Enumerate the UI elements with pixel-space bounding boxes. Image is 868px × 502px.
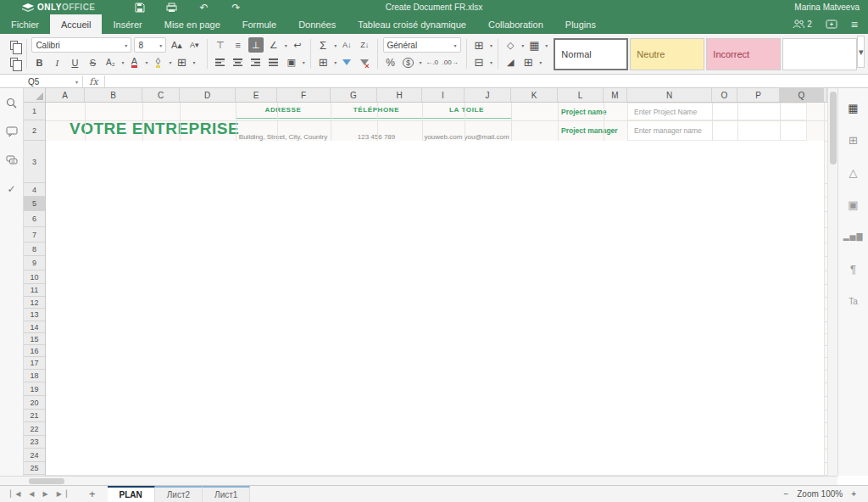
add-sheet-icon[interactable]: + — [77, 486, 108, 502]
align-bottom-icon[interactable] — [248, 37, 264, 53]
cell-settings-icon[interactable]: ▦ — [846, 100, 861, 115]
currency-style-icon[interactable] — [401, 55, 416, 70]
row-header-6[interactable]: 6 — [24, 211, 45, 227]
column-header-I[interactable]: I — [422, 88, 465, 102]
fill-color-icon[interactable] — [150, 55, 165, 70]
increase-font-icon[interactable] — [169, 37, 184, 53]
copy-style-icon[interactable] — [503, 55, 518, 70]
menu-tab-8[interactable]: Plugins — [554, 14, 607, 34]
font-size-select[interactable]: 8▾ — [134, 37, 166, 53]
align-center-icon[interactable] — [231, 55, 246, 70]
menu-tab-0[interactable]: Fichier — [0, 14, 50, 34]
borders-icon[interactable] — [174, 55, 189, 70]
insert-cells-icon[interactable] — [471, 37, 487, 53]
format-as-table-icon[interactable] — [520, 55, 536, 70]
column-header-H[interactable]: H — [377, 88, 422, 102]
row-header-10[interactable]: 10 — [24, 271, 45, 284]
font-color-icon[interactable] — [126, 55, 142, 70]
column-header-A[interactable]: A — [46, 88, 85, 102]
bold-icon[interactable] — [31, 55, 47, 70]
menu-tab-3[interactable]: Mise en page — [153, 14, 231, 34]
table-settings-icon[interactable]: ⊞ — [846, 132, 861, 148]
autosum-icon[interactable] — [315, 37, 331, 53]
row-header-5[interactable]: 5 — [24, 197, 45, 211]
number-format-select[interactable]: Général▾ — [383, 37, 461, 53]
copy-button[interactable] — [6, 37, 21, 53]
menu-tab-7[interactable]: Collaboration — [477, 14, 554, 34]
sort-descending-icon[interactable] — [357, 37, 372, 53]
row-header-19[interactable]: 19 — [24, 382, 45, 396]
row-header-13[interactable]: 13 — [24, 309, 45, 321]
row-header-11[interactable]: 11 — [24, 284, 45, 297]
menu-tab-2[interactable]: Insérer — [102, 14, 153, 34]
wrap-text-icon[interactable] — [290, 37, 305, 53]
conditional-format-icon[interactable] — [526, 37, 542, 53]
cell-name-box[interactable]: Q5▾ — [24, 75, 83, 87]
sheet-canvas[interactable]: VOTRE ENTREPRISE ADRESSEBuilding, Street… — [46, 103, 827, 476]
column-header-G[interactable]: G — [331, 88, 377, 102]
row-header-4[interactable]: 4 — [24, 183, 45, 197]
row-header-12[interactable]: 12 — [24, 297, 45, 309]
row-header-25[interactable]: 25 — [24, 462, 45, 475]
project-value-1[interactable]: Enter manager name — [634, 126, 702, 135]
row-header-15[interactable]: 15 — [24, 333, 45, 345]
paragraph-settings-icon[interactable]: ¶ — [846, 261, 861, 276]
menu-tab-4[interactable]: Formule — [231, 14, 287, 34]
zoom-in-icon[interactable]: + — [851, 489, 856, 499]
row-header-18[interactable]: 18 — [24, 370, 45, 382]
align-top-icon[interactable] — [213, 37, 228, 53]
column-header-M[interactable]: M — [604, 88, 627, 102]
sheet-tab-Лист2[interactable]: Лист2 — [155, 486, 203, 502]
cell-style-Normal[interactable]: Normal — [554, 38, 628, 70]
column-header-N[interactable]: N — [627, 88, 712, 102]
delete-cells-icon[interactable] — [471, 55, 487, 70]
row-header-9[interactable]: 9 — [24, 256, 45, 271]
column-header-L[interactable]: L — [558, 88, 604, 102]
percent-style-icon[interactable] — [383, 55, 398, 70]
horizontal-scrollbar-thumb[interactable] — [29, 478, 64, 484]
align-left-icon[interactable] — [213, 55, 228, 70]
formula-input[interactable] — [105, 75, 868, 87]
menu-tab-5[interactable]: Données — [287, 14, 347, 34]
row-header-24[interactable]: 24 — [24, 449, 45, 462]
increase-decimal-icon[interactable] — [442, 55, 459, 70]
align-right-icon[interactable] — [248, 55, 264, 70]
underline-icon[interactable] — [67, 55, 82, 70]
column-header-D[interactable]: D — [180, 88, 236, 102]
menu-tab-6[interactable]: Tableau croisé dynamique — [347, 14, 477, 34]
sheet-tab-PLAN[interactable]: PLAN — [108, 486, 155, 502]
styles-gallery-expand-icon[interactable]: ▾ — [857, 36, 865, 68]
cell-style-Neutre[interactable]: Neutre — [630, 38, 704, 70]
last-sheet-icon[interactable]: ▶▕ — [57, 490, 67, 498]
spellcheck-icon[interactable]: ✓ — [4, 181, 19, 197]
row-header-17[interactable]: 17 — [24, 357, 45, 370]
insert-table-icon[interactable] — [315, 55, 331, 70]
column-header-C[interactable]: C — [142, 88, 180, 102]
menu-tab-1[interactable]: Accueil — [50, 14, 102, 34]
row-header-20[interactable]: 20 — [24, 396, 45, 410]
orientation-icon[interactable] — [266, 37, 281, 53]
column-header-P[interactable]: P — [737, 88, 780, 102]
align-middle-icon[interactable] — [231, 37, 246, 53]
vertical-scrollbar-thumb[interactable] — [830, 92, 837, 165]
row-header-3[interactable]: 3 — [24, 141, 45, 183]
decrease-decimal-icon[interactable] — [425, 55, 440, 70]
row-header-2[interactable]: 2 — [24, 120, 45, 141]
column-header-F[interactable]: F — [277, 88, 331, 102]
column-header-K[interactable]: K — [511, 88, 558, 102]
clear-icon[interactable] — [503, 37, 518, 53]
next-sheet-icon[interactable]: ▶ — [42, 490, 47, 498]
undo-icon[interactable]: ↶ — [198, 2, 211, 14]
first-sheet-icon[interactable]: ▏◀ — [10, 490, 20, 498]
row-header-22[interactable]: 22 — [24, 422, 45, 436]
cell-style-Incorrect[interactable]: Incorrect — [706, 38, 781, 70]
paste-button[interactable] — [6, 55, 21, 70]
column-header-B[interactable]: B — [85, 88, 142, 102]
comment-icon[interactable] — [4, 124, 19, 139]
select-all-corner[interactable] — [24, 88, 46, 102]
column-header-J[interactable]: J — [465, 88, 511, 102]
row-header-8[interactable]: 8 — [24, 243, 45, 256]
column-header-E[interactable]: E — [236, 88, 277, 102]
prev-sheet-icon[interactable]: ◀ — [29, 490, 34, 498]
chat-icon[interactable] — [4, 153, 19, 168]
